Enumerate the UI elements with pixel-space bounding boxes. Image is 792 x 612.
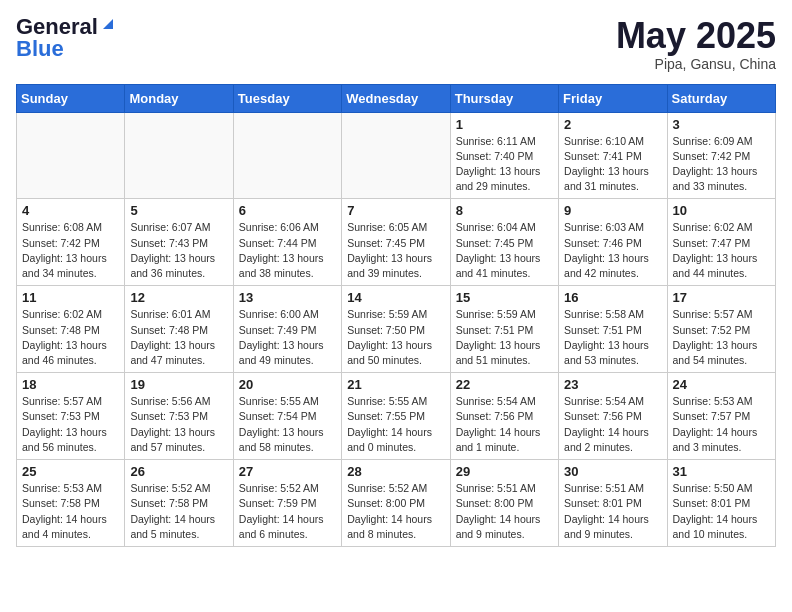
calendar-cell: 12Sunrise: 6:01 AM Sunset: 7:48 PM Dayli… (125, 286, 233, 373)
day-number: 20 (239, 377, 336, 392)
calendar-cell (233, 112, 341, 199)
day-info: Sunrise: 5:59 AM Sunset: 7:51 PM Dayligh… (456, 307, 553, 368)
logo: General Blue (16, 16, 117, 60)
day-number: 13 (239, 290, 336, 305)
calendar-cell (17, 112, 125, 199)
day-number: 27 (239, 464, 336, 479)
calendar-cell: 14Sunrise: 5:59 AM Sunset: 7:50 PM Dayli… (342, 286, 450, 373)
calendar-cell: 27Sunrise: 5:52 AM Sunset: 7:59 PM Dayli… (233, 460, 341, 547)
day-info: Sunrise: 6:02 AM Sunset: 7:48 PM Dayligh… (22, 307, 119, 368)
calendar-cell: 11Sunrise: 6:02 AM Sunset: 7:48 PM Dayli… (17, 286, 125, 373)
day-number: 11 (22, 290, 119, 305)
logo-icon (99, 15, 117, 33)
day-number: 7 (347, 203, 444, 218)
day-info: Sunrise: 5:55 AM Sunset: 7:55 PM Dayligh… (347, 394, 444, 455)
day-info: Sunrise: 5:52 AM Sunset: 8:00 PM Dayligh… (347, 481, 444, 542)
calendar-cell: 28Sunrise: 5:52 AM Sunset: 8:00 PM Dayli… (342, 460, 450, 547)
day-info: Sunrise: 6:11 AM Sunset: 7:40 PM Dayligh… (456, 134, 553, 195)
day-number: 14 (347, 290, 444, 305)
day-info: Sunrise: 5:54 AM Sunset: 7:56 PM Dayligh… (564, 394, 661, 455)
weekday-header-wednesday: Wednesday (342, 84, 450, 112)
svg-marker-0 (103, 19, 113, 29)
calendar-cell: 1Sunrise: 6:11 AM Sunset: 7:40 PM Daylig… (450, 112, 558, 199)
day-number: 2 (564, 117, 661, 132)
calendar-table: SundayMondayTuesdayWednesdayThursdayFrid… (16, 84, 776, 547)
day-number: 5 (130, 203, 227, 218)
calendar-cell: 6Sunrise: 6:06 AM Sunset: 7:44 PM Daylig… (233, 199, 341, 286)
day-info: Sunrise: 6:00 AM Sunset: 7:49 PM Dayligh… (239, 307, 336, 368)
calendar-cell: 17Sunrise: 5:57 AM Sunset: 7:52 PM Dayli… (667, 286, 775, 373)
location: Pipa, Gansu, China (616, 56, 776, 72)
calendar-cell: 26Sunrise: 5:52 AM Sunset: 7:58 PM Dayli… (125, 460, 233, 547)
day-number: 8 (456, 203, 553, 218)
weekday-header-monday: Monday (125, 84, 233, 112)
calendar-cell: 8Sunrise: 6:04 AM Sunset: 7:45 PM Daylig… (450, 199, 558, 286)
weekday-header-tuesday: Tuesday (233, 84, 341, 112)
calendar-cell: 23Sunrise: 5:54 AM Sunset: 7:56 PM Dayli… (559, 373, 667, 460)
calendar-cell: 20Sunrise: 5:55 AM Sunset: 7:54 PM Dayli… (233, 373, 341, 460)
calendar-cell: 29Sunrise: 5:51 AM Sunset: 8:00 PM Dayli… (450, 460, 558, 547)
day-info: Sunrise: 6:08 AM Sunset: 7:42 PM Dayligh… (22, 220, 119, 281)
weekday-header-friday: Friday (559, 84, 667, 112)
calendar-week-4: 25Sunrise: 5:53 AM Sunset: 7:58 PM Dayli… (17, 460, 776, 547)
day-number: 15 (456, 290, 553, 305)
calendar-cell: 21Sunrise: 5:55 AM Sunset: 7:55 PM Dayli… (342, 373, 450, 460)
title-area: May 2025 Pipa, Gansu, China (616, 16, 776, 72)
day-info: Sunrise: 5:51 AM Sunset: 8:00 PM Dayligh… (456, 481, 553, 542)
day-number: 21 (347, 377, 444, 392)
day-number: 22 (456, 377, 553, 392)
weekday-header-row: SundayMondayTuesdayWednesdayThursdayFrid… (17, 84, 776, 112)
weekday-header-sunday: Sunday (17, 84, 125, 112)
day-number: 18 (22, 377, 119, 392)
day-number: 3 (673, 117, 770, 132)
day-number: 29 (456, 464, 553, 479)
page-header: General Blue May 2025 Pipa, Gansu, China (16, 16, 776, 72)
day-info: Sunrise: 6:05 AM Sunset: 7:45 PM Dayligh… (347, 220, 444, 281)
calendar-cell: 4Sunrise: 6:08 AM Sunset: 7:42 PM Daylig… (17, 199, 125, 286)
month-title: May 2025 (616, 16, 776, 56)
logo-general-text: General (16, 16, 98, 38)
calendar-week-1: 4Sunrise: 6:08 AM Sunset: 7:42 PM Daylig… (17, 199, 776, 286)
day-number: 24 (673, 377, 770, 392)
calendar-cell (342, 112, 450, 199)
day-number: 19 (130, 377, 227, 392)
calendar-cell: 13Sunrise: 6:00 AM Sunset: 7:49 PM Dayli… (233, 286, 341, 373)
calendar-cell: 24Sunrise: 5:53 AM Sunset: 7:57 PM Dayli… (667, 373, 775, 460)
day-number: 4 (22, 203, 119, 218)
day-number: 28 (347, 464, 444, 479)
day-info: Sunrise: 5:53 AM Sunset: 7:57 PM Dayligh… (673, 394, 770, 455)
day-number: 12 (130, 290, 227, 305)
calendar-cell: 2Sunrise: 6:10 AM Sunset: 7:41 PM Daylig… (559, 112, 667, 199)
day-info: Sunrise: 6:06 AM Sunset: 7:44 PM Dayligh… (239, 220, 336, 281)
day-info: Sunrise: 6:09 AM Sunset: 7:42 PM Dayligh… (673, 134, 770, 195)
day-info: Sunrise: 5:53 AM Sunset: 7:58 PM Dayligh… (22, 481, 119, 542)
day-number: 9 (564, 203, 661, 218)
day-info: Sunrise: 6:02 AM Sunset: 7:47 PM Dayligh… (673, 220, 770, 281)
weekday-header-saturday: Saturday (667, 84, 775, 112)
calendar-cell: 3Sunrise: 6:09 AM Sunset: 7:42 PM Daylig… (667, 112, 775, 199)
day-info: Sunrise: 5:57 AM Sunset: 7:53 PM Dayligh… (22, 394, 119, 455)
day-info: Sunrise: 6:01 AM Sunset: 7:48 PM Dayligh… (130, 307, 227, 368)
day-number: 23 (564, 377, 661, 392)
day-number: 26 (130, 464, 227, 479)
weekday-header-thursday: Thursday (450, 84, 558, 112)
day-number: 17 (673, 290, 770, 305)
day-info: Sunrise: 5:58 AM Sunset: 7:51 PM Dayligh… (564, 307, 661, 368)
calendar-cell: 18Sunrise: 5:57 AM Sunset: 7:53 PM Dayli… (17, 373, 125, 460)
day-number: 30 (564, 464, 661, 479)
day-number: 10 (673, 203, 770, 218)
day-number: 1 (456, 117, 553, 132)
calendar-cell: 7Sunrise: 6:05 AM Sunset: 7:45 PM Daylig… (342, 199, 450, 286)
calendar-cell: 30Sunrise: 5:51 AM Sunset: 8:01 PM Dayli… (559, 460, 667, 547)
day-number: 16 (564, 290, 661, 305)
day-info: Sunrise: 5:54 AM Sunset: 7:56 PM Dayligh… (456, 394, 553, 455)
calendar-cell: 9Sunrise: 6:03 AM Sunset: 7:46 PM Daylig… (559, 199, 667, 286)
day-number: 31 (673, 464, 770, 479)
calendar-cell: 5Sunrise: 6:07 AM Sunset: 7:43 PM Daylig… (125, 199, 233, 286)
day-info: Sunrise: 6:10 AM Sunset: 7:41 PM Dayligh… (564, 134, 661, 195)
calendar-cell: 31Sunrise: 5:50 AM Sunset: 8:01 PM Dayli… (667, 460, 775, 547)
day-info: Sunrise: 6:03 AM Sunset: 7:46 PM Dayligh… (564, 220, 661, 281)
day-number: 25 (22, 464, 119, 479)
day-info: Sunrise: 5:55 AM Sunset: 7:54 PM Dayligh… (239, 394, 336, 455)
calendar-cell: 10Sunrise: 6:02 AM Sunset: 7:47 PM Dayli… (667, 199, 775, 286)
